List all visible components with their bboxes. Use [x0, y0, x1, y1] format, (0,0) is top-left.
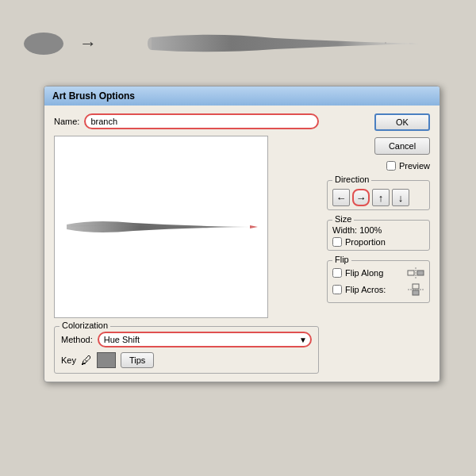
key-color-swatch[interactable] — [97, 352, 116, 368]
cancel-button[interactable]: Cancel — [374, 137, 430, 155]
method-row: Method: None Tints Tints and Shades Hue … — [61, 332, 312, 347]
dialog-body: Name: — [44, 106, 440, 382]
size-group-label: Size — [332, 214, 354, 224]
flip-across-icon — [407, 282, 424, 297]
svg-rect-6 — [413, 284, 419, 289]
eyedropper-icon[interactable]: 🖊 — [81, 354, 92, 367]
direction-buttons: ← → ↑ ↓ — [332, 189, 424, 206]
size-width-row: Width: 100% — [332, 225, 424, 235]
flip-across-row: Flip Acros: — [332, 282, 424, 297]
preview-label: Preview — [399, 161, 430, 171]
flip-group: Flip Flip Along Flip Acros: — [327, 260, 430, 303]
direction-left-button[interactable]: ← — [332, 189, 350, 206]
svg-rect-4 — [417, 271, 424, 275]
art-brush-options-dialog: Art Brush Options Name: — [44, 86, 440, 382]
flip-along-label: Flip Along — [345, 268, 383, 278]
method-label: Method: — [61, 335, 93, 344]
method-select-wrapper: None Tints Tints and Shades Hue Shift ▼ — [98, 332, 312, 347]
ok-button[interactable]: OK — [374, 113, 430, 131]
width-label: Width: — [332, 225, 357, 235]
preview-checkbox-row: Preview — [386, 161, 430, 171]
method-select[interactable]: None Tints Tints and Shades Hue Shift — [98, 332, 312, 347]
svg-rect-7 — [413, 290, 419, 295]
key-label: Key — [61, 355, 76, 365]
svg-marker-2 — [250, 225, 258, 228]
top-preview-area — [0, 0, 476, 87]
size-group: Size Width: 100% Proportion — [327, 220, 430, 251]
right-panel: OK Cancel Preview Direction ← → ↑ ↓ Size — [327, 113, 430, 374]
flip-along-row: Flip Along — [332, 266, 424, 280]
width-value: 100% — [359, 225, 382, 235]
proportion-label: Proportion — [345, 237, 386, 247]
svg-point-1 — [385, 42, 386, 44]
colorization-group-label: Colorization — [60, 321, 110, 330]
brush-preview-box — [54, 136, 268, 318]
colorization-group: Colorization Method: None Tints Tints an… — [54, 326, 319, 374]
flip-along-checkbox[interactable] — [332, 268, 342, 278]
svg-rect-3 — [408, 271, 414, 275]
name-row: Name: — [54, 113, 319, 129]
key-row: Key 🖊 Tips — [61, 352, 312, 368]
direction-down-button[interactable]: ↓ — [392, 189, 409, 206]
name-label: Name: — [54, 117, 79, 126]
direction-up-button[interactable]: ↑ — [372, 189, 390, 206]
name-input[interactable] — [84, 113, 319, 129]
flip-across-checkbox[interactable] — [332, 285, 342, 294]
dialog-titlebar: Art Brush Options — [44, 86, 440, 106]
arrow-indicator — [79, 33, 97, 54]
tips-button[interactable]: Tips — [121, 352, 154, 368]
flip-group-label: Flip — [332, 255, 351, 264]
proportion-row: Proportion — [332, 237, 424, 247]
flip-across-label: Flip Acros: — [345, 285, 386, 294]
left-panel: Name: — [54, 113, 319, 374]
preview-checkbox[interactable] — [386, 161, 396, 171]
direction-group: Direction ← → ↑ ↓ — [327, 180, 430, 210]
brush-oval — [24, 33, 63, 55]
flip-along-icon — [407, 266, 424, 280]
direction-group-label: Direction — [332, 175, 371, 184]
proportion-checkbox[interactable] — [332, 237, 342, 247]
dialog-title: Art Brush Options — [52, 90, 135, 102]
brush-stroke-preview — [113, 24, 452, 63]
direction-right-button[interactable]: → — [352, 189, 370, 206]
